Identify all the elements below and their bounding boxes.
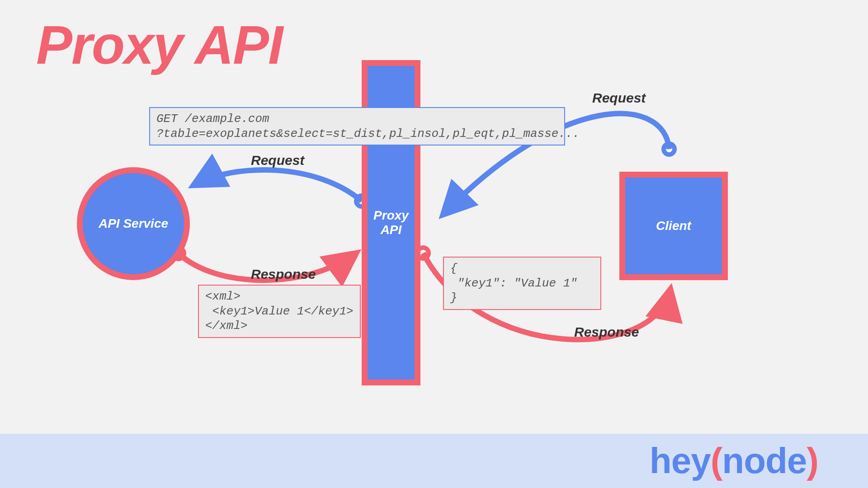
proxy-api-label: Proxy API (373, 208, 409, 237)
api-service-node-inner: API Service (83, 173, 184, 274)
api-service-label: API Service (99, 216, 168, 231)
footer-bar: hey(node) (0, 434, 868, 488)
label-request-proxy: Request (251, 153, 304, 168)
codebox-json-response: { "key1": "Value 1" } (443, 257, 601, 310)
logo-node: node (722, 441, 807, 481)
diagram-title: Proxy API (36, 14, 282, 76)
label-response-api: Response (251, 267, 316, 282)
label-request-client: Request (592, 90, 646, 106)
heynode-logo: hey(node) (650, 440, 818, 482)
codebox-xml-response: <xml> <key1>Value 1</key1> </xml> (198, 285, 361, 338)
codebox-http-request: GET /example.com ?table=exoplanets&selec… (149, 107, 565, 145)
svg-point-0 (664, 144, 675, 155)
client-node-inner: Client (625, 178, 722, 274)
client-label: Client (656, 219, 691, 233)
label-response-proxy: Response (574, 324, 639, 340)
logo-hey: hey (650, 441, 711, 481)
logo-lparen: ( (711, 441, 722, 481)
logo-rparen: ) (807, 441, 818, 481)
arrow-proxy-to-api (193, 170, 362, 201)
